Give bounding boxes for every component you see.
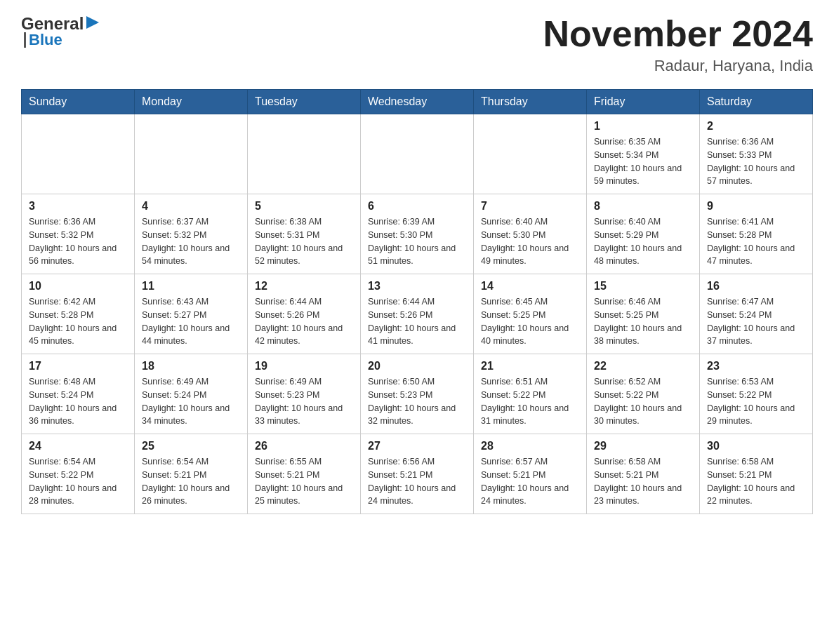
day-info: Sunrise: 6:51 AM Sunset: 5:22 PM Dayligh… [481,375,579,428]
calendar-cell: 6Sunrise: 6:39 AM Sunset: 5:30 PM Daylig… [361,194,474,274]
day-number: 8 [594,200,692,213]
calendar-cell: 5Sunrise: 6:38 AM Sunset: 5:31 PM Daylig… [248,194,361,274]
calendar-cell: 27Sunrise: 6:56 AM Sunset: 5:21 PM Dayli… [361,434,474,514]
day-info: Sunrise: 6:55 AM Sunset: 5:21 PM Dayligh… [255,455,353,508]
calendar-cell: 8Sunrise: 6:40 AM Sunset: 5:29 PM Daylig… [587,194,700,274]
calendar-cell [22,114,135,194]
day-info: Sunrise: 6:42 AM Sunset: 5:28 PM Dayligh… [29,295,127,348]
day-number: 20 [368,360,466,373]
svg-marker-0 [86,16,99,29]
calendar-cell [248,114,361,194]
calendar-table: SundayMondayTuesdayWednesdayThursdayFrid… [21,89,813,514]
day-info: Sunrise: 6:39 AM Sunset: 5:30 PM Dayligh… [368,215,466,268]
days-of-week-row: SundayMondayTuesdayWednesdayThursdayFrid… [22,90,813,114]
day-info: Sunrise: 6:49 AM Sunset: 5:23 PM Dayligh… [255,375,353,428]
calendar-cell: 15Sunrise: 6:46 AM Sunset: 5:25 PM Dayli… [587,274,700,354]
calendar-cell [361,114,474,194]
day-info: Sunrise: 6:37 AM Sunset: 5:32 PM Dayligh… [142,215,240,268]
day-number: 30 [707,440,805,452]
day-info: Sunrise: 6:43 AM Sunset: 5:27 PM Dayligh… [142,295,240,348]
day-number: 15 [594,280,692,293]
calendar-cell: 13Sunrise: 6:44 AM Sunset: 5:26 PM Dayli… [361,274,474,354]
day-info: Sunrise: 6:41 AM Sunset: 5:28 PM Dayligh… [707,215,805,268]
day-info: Sunrise: 6:36 AM Sunset: 5:33 PM Dayligh… [707,135,805,188]
day-info: Sunrise: 6:45 AM Sunset: 5:25 PM Dayligh… [481,295,579,348]
day-number: 29 [594,440,692,452]
day-info: Sunrise: 6:53 AM Sunset: 5:22 PM Dayligh… [707,375,805,428]
calendar-cell: 9Sunrise: 6:41 AM Sunset: 5:28 PM Daylig… [700,194,813,274]
day-info: Sunrise: 6:46 AM Sunset: 5:25 PM Dayligh… [594,295,692,348]
day-header-tuesday: Tuesday [248,90,361,114]
week-row-1: 1Sunrise: 6:35 AM Sunset: 5:34 PM Daylig… [22,114,813,194]
day-header-friday: Friday [587,90,700,114]
day-number: 23 [707,360,805,373]
page-header: General Blue November 2024 Radaur, Harya… [21,14,813,75]
day-info: Sunrise: 6:52 AM Sunset: 5:22 PM Dayligh… [594,375,692,428]
week-row-5: 24Sunrise: 6:54 AM Sunset: 5:22 PM Dayli… [22,434,813,514]
day-number: 14 [481,280,579,293]
calendar-cell: 18Sunrise: 6:49 AM Sunset: 5:24 PM Dayli… [135,354,248,434]
calendar-subtitle: Radaur, Haryana, India [543,57,813,75]
day-number: 17 [29,360,127,373]
day-info: Sunrise: 6:35 AM Sunset: 5:34 PM Dayligh… [594,135,692,188]
calendar-cell: 14Sunrise: 6:45 AM Sunset: 5:25 PM Dayli… [474,274,587,354]
day-number: 18 [142,360,240,373]
day-number: 2 [707,120,805,133]
day-info: Sunrise: 6:44 AM Sunset: 5:26 PM Dayligh… [368,295,466,348]
calendar-body: 1Sunrise: 6:35 AM Sunset: 5:34 PM Daylig… [22,114,813,514]
day-number: 28 [481,440,579,452]
day-number: 13 [368,280,466,293]
day-number: 19 [255,360,353,373]
calendar-cell: 2Sunrise: 6:36 AM Sunset: 5:33 PM Daylig… [700,114,813,194]
day-info: Sunrise: 6:50 AM Sunset: 5:23 PM Dayligh… [368,375,466,428]
day-info: Sunrise: 6:48 AM Sunset: 5:24 PM Dayligh… [29,375,127,428]
day-number: 1 [594,120,692,133]
week-row-3: 10Sunrise: 6:42 AM Sunset: 5:28 PM Dayli… [22,274,813,354]
calendar-cell: 24Sunrise: 6:54 AM Sunset: 5:22 PM Dayli… [22,434,135,514]
day-info: Sunrise: 6:47 AM Sunset: 5:24 PM Dayligh… [707,295,805,348]
day-number: 22 [594,360,692,373]
calendar-cell: 10Sunrise: 6:42 AM Sunset: 5:28 PM Dayli… [22,274,135,354]
day-number: 3 [29,200,127,213]
day-info: Sunrise: 6:44 AM Sunset: 5:26 PM Dayligh… [255,295,353,348]
day-number: 12 [255,280,353,293]
day-number: 24 [29,440,127,452]
day-number: 10 [29,280,127,293]
calendar-cell: 23Sunrise: 6:53 AM Sunset: 5:22 PM Dayli… [700,354,813,434]
calendar-cell: 26Sunrise: 6:55 AM Sunset: 5:21 PM Dayli… [248,434,361,514]
calendar-header: SundayMondayTuesdayWednesdayThursdayFrid… [22,90,813,114]
day-info: Sunrise: 6:49 AM Sunset: 5:24 PM Dayligh… [142,375,240,428]
day-header-saturday: Saturday [700,90,813,114]
calendar-cell: 7Sunrise: 6:40 AM Sunset: 5:30 PM Daylig… [474,194,587,274]
day-header-thursday: Thursday [474,90,587,114]
calendar-cell: 28Sunrise: 6:57 AM Sunset: 5:21 PM Dayli… [474,434,587,514]
day-number: 27 [368,440,466,452]
calendar-cell: 21Sunrise: 6:51 AM Sunset: 5:22 PM Dayli… [474,354,587,434]
calendar-cell: 12Sunrise: 6:44 AM Sunset: 5:26 PM Dayli… [248,274,361,354]
calendar-cell: 1Sunrise: 6:35 AM Sunset: 5:34 PM Daylig… [587,114,700,194]
logo-blue-text: Blue [29,31,62,49]
week-row-4: 17Sunrise: 6:48 AM Sunset: 5:24 PM Dayli… [22,354,813,434]
title-block: November 2024 Radaur, Haryana, India [543,14,813,75]
day-number: 4 [142,200,240,213]
day-info: Sunrise: 6:40 AM Sunset: 5:30 PM Dayligh… [481,215,579,268]
day-header-monday: Monday [135,90,248,114]
day-info: Sunrise: 6:40 AM Sunset: 5:29 PM Dayligh… [594,215,692,268]
calendar-cell: 19Sunrise: 6:49 AM Sunset: 5:23 PM Dayli… [248,354,361,434]
day-info: Sunrise: 6:38 AM Sunset: 5:31 PM Dayligh… [255,215,353,268]
day-info: Sunrise: 6:58 AM Sunset: 5:21 PM Dayligh… [594,455,692,508]
logo-divider [24,32,26,48]
day-number: 26 [255,440,353,452]
week-row-2: 3Sunrise: 6:36 AM Sunset: 5:32 PM Daylig… [22,194,813,274]
logo: General Blue [21,14,100,49]
calendar-cell: 20Sunrise: 6:50 AM Sunset: 5:23 PM Dayli… [361,354,474,434]
calendar-cell: 4Sunrise: 6:37 AM Sunset: 5:32 PM Daylig… [135,194,248,274]
calendar-cell: 29Sunrise: 6:58 AM Sunset: 5:21 PM Dayli… [587,434,700,514]
day-number: 9 [707,200,805,213]
day-number: 6 [368,200,466,213]
calendar-cell: 17Sunrise: 6:48 AM Sunset: 5:24 PM Dayli… [22,354,135,434]
calendar-cell: 16Sunrise: 6:47 AM Sunset: 5:24 PM Dayli… [700,274,813,354]
day-number: 7 [481,200,579,213]
calendar-cell [474,114,587,194]
day-number: 5 [255,200,353,213]
